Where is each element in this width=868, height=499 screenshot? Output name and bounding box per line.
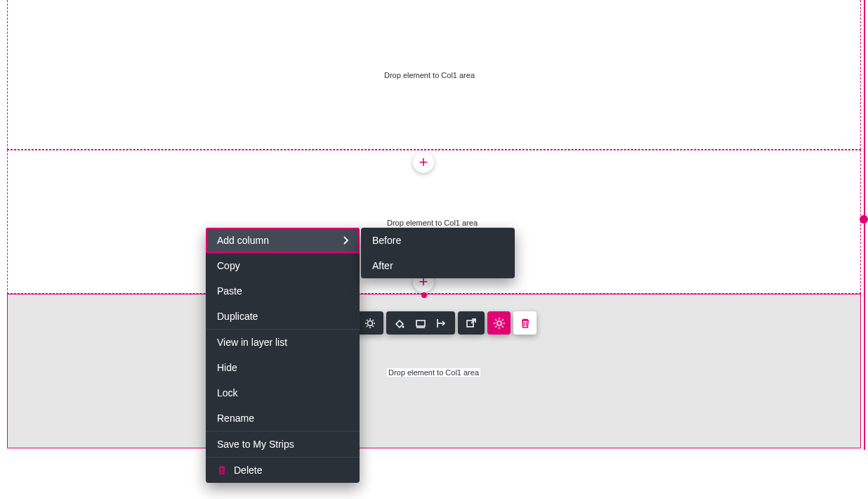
fill-icon[interactable]	[389, 313, 410, 333]
menu-add-column[interactable]: Add column	[206, 228, 360, 253]
menu-hide[interactable]: Hide	[206, 355, 360, 380]
drop-hint-row3: Drop element to Col1 area	[387, 368, 480, 377]
menu-paste[interactable]: Paste	[206, 278, 360, 304]
submenu-label: Before	[372, 235, 401, 246]
menu-copy[interactable]: Copy	[206, 253, 360, 278]
menu-rename[interactable]: Rename	[206, 406, 360, 431]
bug-icon[interactable]	[360, 313, 381, 333]
strip-toolbar	[357, 311, 537, 335]
svg-line-7	[367, 325, 368, 327]
toolbar-group-main	[386, 311, 455, 335]
drop-hint-row2: Drop element to Col1 area	[387, 219, 478, 227]
gear-icon	[493, 317, 506, 330]
menu-label: Hide	[217, 362, 237, 373]
menu-view-in-layer-list[interactable]: View in layer list	[206, 329, 360, 355]
selection-right-edge	[864, 0, 865, 450]
layout-icon[interactable]	[410, 313, 431, 333]
menu-label: Duplicate	[217, 311, 258, 322]
toolbar-group-open	[458, 311, 485, 335]
submenu-before[interactable]: Before	[361, 228, 515, 253]
chevron-right-icon	[343, 236, 348, 245]
submenu-after[interactable]: After	[361, 253, 515, 278]
svg-line-8	[373, 320, 374, 321]
menu-lock[interactable]: Lock	[206, 380, 360, 406]
svg-point-16	[497, 321, 501, 325]
menu-delete[interactable]: Delete	[206, 457, 360, 483]
resize-handle[interactable]	[860, 215, 868, 223]
anchor-dot[interactable]	[421, 292, 427, 298]
align-left-icon[interactable]	[431, 313, 452, 333]
trash-icon	[520, 318, 531, 329]
menu-label: Copy	[217, 260, 240, 271]
menu-label: Save to My Strips	[217, 439, 294, 450]
delete-strip-button[interactable]	[513, 311, 537, 335]
menu-label: Rename	[217, 413, 254, 424]
menu-duplicate[interactable]: Duplicate	[206, 304, 360, 329]
svg-line-21	[495, 319, 497, 320]
svg-line-24	[501, 319, 503, 320]
menu-label: Lock	[217, 387, 238, 398]
svg-line-6	[373, 325, 374, 327]
settings-button[interactable]	[487, 311, 511, 335]
menu-save-to-my-strips[interactable]: Save to My Strips	[206, 431, 360, 457]
menu-label: View in layer list	[217, 337, 287, 348]
svg-line-23	[495, 325, 497, 327]
menu-label: Add column	[217, 235, 269, 246]
submenu-label: After	[372, 260, 393, 271]
drop-hint-row1: Drop element to Col1 area	[384, 71, 475, 79]
svg-line-22	[501, 325, 503, 327]
open-external-icon[interactable]	[461, 313, 482, 333]
menu-label: Paste	[217, 285, 242, 297]
svg-rect-10	[416, 320, 425, 326]
plus-icon: +	[419, 155, 428, 170]
trash-icon	[217, 465, 227, 475]
menu-label: Delete	[234, 465, 262, 476]
svg-line-5	[367, 320, 368, 321]
toolbar-group-bug	[357, 311, 383, 335]
context-menu: Add column Copy Paste Duplicate View in …	[206, 228, 360, 483]
add-strip-button-1[interactable]: +	[413, 152, 434, 173]
svg-point-9	[402, 325, 405, 328]
svg-point-0	[368, 320, 373, 325]
context-submenu-add-column: Before After	[361, 228, 515, 278]
